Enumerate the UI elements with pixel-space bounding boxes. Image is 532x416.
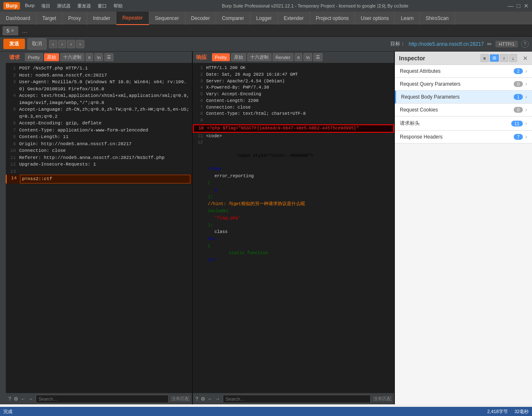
tab-logger[interactable]: Logger [250, 12, 278, 25]
req-search-next[interactable]: → [28, 396, 33, 402]
tab-comparer[interactable]: Comparer [216, 12, 250, 25]
byte-count: 2,418字节 [487, 409, 508, 415]
window-controls[interactable]: — □ ✕ [508, 2, 529, 9]
req-fmt-raw[interactable]: 原始 [44, 53, 59, 61]
main-content: 请求 Pretty 原始 十六进制 ≡ \n ☰ 1 POST /NsScTf.… [0, 52, 532, 404]
inspector-req-body-params[interactable]: Request Body Parameters 1 › [395, 91, 532, 104]
resp-code-5: ); [201, 193, 394, 201]
resp-line-11: 11 <code> [193, 133, 394, 140]
status-right: 2,418字节 32毫秒 [487, 409, 529, 415]
tab-decoder[interactable]: Decoder [185, 12, 216, 25]
request-search-input[interactable] [36, 395, 169, 403]
section-count-req-query: 0 [514, 81, 523, 87]
send-button[interactable]: 发送 [3, 39, 25, 49]
req-fmt-hex[interactable]: 十六进制 [60, 53, 84, 61]
tab-project-options[interactable]: Project options [310, 12, 355, 25]
tab-user-options[interactable]: User options [355, 12, 395, 25]
inspector-resp-headers[interactable]: Response Headers 7 › [395, 131, 532, 144]
inspector-sort-asc[interactable]: ↑ [500, 54, 508, 62]
resp-line-8: 8 Content-Type: text/html; charset=UTF-8 [193, 111, 394, 117]
menu-window[interactable]: 窗口 [98, 3, 107, 9]
req-line-11: 11 Referer: http://node5.anna.nssctf.cn:… [6, 154, 192, 161]
resp-wrap-toggle[interactable]: ≡ [295, 53, 302, 61]
next-arrow[interactable]: › [58, 40, 66, 48]
req-line-14: 14 p=nss2::ctf [6, 175, 192, 183]
resp-code-2: error_reporting [201, 173, 394, 180]
section-arrow-req-query: › [525, 81, 527, 87]
tab-extender[interactable]: Extender [278, 12, 310, 25]
resp-fmt-render[interactable]: Render [273, 53, 293, 61]
req-newline-toggle[interactable]: \n [94, 53, 103, 61]
resp-settings-icon[interactable]: ☰ [313, 53, 323, 61]
next-arrow-2[interactable]: › [76, 40, 84, 48]
inspector-grid-btn[interactable]: ⊞ [490, 54, 499, 62]
tab-intruder[interactable]: Intruder [87, 12, 116, 25]
tab-overflow[interactable]: … [19, 27, 30, 34]
inspector-req-query-params[interactable]: Request Query Parameters 0 › [395, 78, 532, 91]
resp-newline-toggle[interactable]: \n [303, 53, 312, 61]
app-logo: Burp [3, 2, 20, 10]
inspector-close-btn[interactable]: ✕ [523, 55, 528, 62]
ms-count: 32毫秒 [515, 409, 529, 415]
tab-dashboard[interactable]: Dashboard [0, 12, 37, 25]
response-editor[interactable]: 1 HTTP/1.1 200 OK 2 Date: Sat, 26 Aug 20… [193, 63, 394, 393]
resp-fmt-hex[interactable]: 十六进制 [247, 53, 271, 61]
menu-project[interactable]: 项目 [41, 3, 50, 9]
http-version: HTTP/1 [495, 41, 518, 47]
req-wrap-toggle[interactable]: ≡ [86, 53, 93, 61]
resp-fmt-raw[interactable]: 原始 [231, 53, 246, 61]
inspector-req-cookies[interactable]: Request Cookies 0 › [395, 104, 532, 116]
tab-sequencer[interactable]: Sequencer [149, 12, 185, 25]
repeater-tab-5[interactable]: 5 ✕ [2, 26, 18, 35]
menu-burp[interactable]: Burp [25, 3, 34, 9]
resp-line-10-flag: 10 <?php $flag="NSSCTF{1adeadc9-bb47-48e… [193, 124, 394, 133]
inspector-request-attributes[interactable]: Request Attributes 2 › [395, 65, 532, 78]
req-line-6: 6 Accept-Encoding: gzip, deflate [6, 120, 192, 127]
inspector-list-btn[interactable]: ≡ [480, 54, 489, 62]
request-panel: 请求 Pretty 原始 十六进制 ≡ \n ☰ 1 POST /NsScTf.… [6, 52, 193, 404]
menu-help[interactable]: 帮助 [113, 3, 123, 9]
req-settings-icon[interactable]: ☰ [104, 53, 113, 61]
prev-arrow-2[interactable]: ‹ [67, 40, 75, 48]
resp-help-btn[interactable]: ? [195, 396, 198, 402]
resp-code-13: ctf [201, 257, 394, 264]
close-btn[interactable]: ✕ [524, 2, 529, 9]
cancel-button[interactable]: 取消 [27, 38, 47, 50]
inspector-sort-desc[interactable]: ↓ [509, 54, 517, 62]
status-text: 完成 [3, 409, 12, 415]
tab-repeater[interactable]: Repeater [116, 12, 149, 25]
edit-target-button[interactable]: ✏ [487, 41, 492, 47]
req-help-btn[interactable]: ? [8, 396, 11, 402]
menu-resender[interactable]: 重发器 [77, 3, 91, 9]
tab-learn[interactable]: Learn [395, 12, 420, 25]
response-search-input[interactable] [223, 395, 371, 403]
help-button[interactable]: ? [521, 40, 529, 48]
req-fmt-pretty[interactable]: Pretty [25, 53, 43, 61]
resp-search-prev[interactable]: ← [208, 396, 213, 402]
inspector-req-headers[interactable]: 请求标头 11 › [395, 116, 532, 131]
req-search-prev[interactable]: ← [21, 396, 26, 402]
req-settings-btn[interactable]: ⚙ [14, 396, 18, 402]
req-line-12: 12 Upgrade-Insecure-Requests: 1 [6, 161, 192, 168]
prev-arrow[interactable]: ‹ [49, 40, 57, 48]
section-arrow-req-headers: › [525, 121, 527, 126]
status-bar: 完成 2,418字节 32毫秒 [0, 407, 532, 416]
section-name-req-query: Request Query Parameters [400, 81, 514, 87]
resp-search-next[interactable]: → [215, 396, 220, 402]
resp-line-6: 6 Content-Length: 2200 [193, 98, 394, 104]
minimize-btn[interactable]: — [508, 2, 514, 9]
resp-code-4: 0 [201, 187, 394, 194]
tab-shiroscan[interactable]: ShiroScan [420, 12, 455, 25]
req-line-2: 2 Host: node5.anna.nssctf.cn:28217 [6, 72, 192, 79]
maximize-btn[interactable]: □ [517, 2, 520, 9]
resp-line-9: 9 [193, 117, 394, 124]
tab-target[interactable]: Target [37, 12, 62, 25]
resp-line-1: 1 HTTP/1.1 200 OK [193, 65, 394, 72]
resp-settings-btn[interactable]: ⚙ [201, 396, 205, 402]
request-editor[interactable]: 1 POST /NsScTf.php HTTP/1.1 2 Host: node… [6, 63, 192, 393]
resp-line-7: 7 Connection: close [193, 104, 394, 111]
resp-fmt-pretty[interactable]: Pretty [212, 53, 230, 61]
tab-proxy[interactable]: Proxy [62, 12, 87, 25]
menu-tester[interactable]: 测试器 [57, 3, 71, 9]
inspector-panel: Inspector ≡ ⊞ ↑ ↓ ✕ Request Attributes 2… [395, 52, 532, 404]
